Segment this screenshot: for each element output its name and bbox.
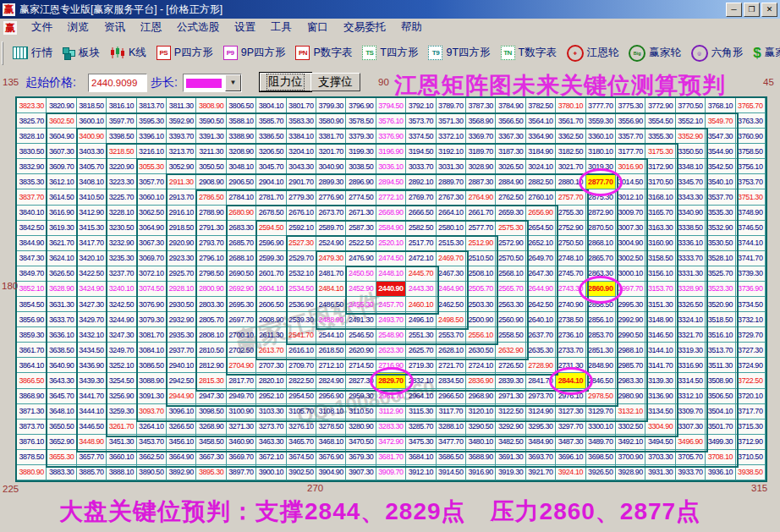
matrix-cell: 2704.90 [227,358,256,373]
matrix-cell: 2964.10 [406,389,436,404]
minimize-button[interactable]: ─ [726,3,742,17]
matrix-cell: 3789.70 [437,98,466,113]
matrix-cell: 3000.10 [616,266,645,282]
matrix-cell: 3931.30 [645,465,675,480]
matrix-cell: 2443.30 [406,282,436,297]
matrix-cell: 3333.70 [676,251,706,266]
matrix-cell: 2690.50 [227,266,256,282]
matrix-cell: 3271.30 [227,420,256,435]
matrix-cell: 2575.30 [496,221,525,236]
matrix-cell: 3110.50 [346,404,376,420]
matrix-cell: 3127.30 [556,404,585,420]
toolbar-button-t9-square[interactable]: T99T四方形 [423,43,495,63]
matrix-cell: 3559.30 [586,113,616,129]
toolbar-button-kline-candles[interactable]: K线 [105,43,151,63]
matrix-cell: 3811.30 [167,98,196,113]
matrix-cell: 3768.10 [706,98,735,113]
toolbar-button-hexagon[interactable]: ◎六角形 [686,42,749,64]
matrix-cell: 3912.10 [406,465,436,480]
matrix-cell-keylevel: 2829.70 [376,373,406,388]
menu-item-8[interactable]: 窗口 [299,19,336,35]
matrix-cell: 2812.90 [196,358,226,373]
matrix-cell: 3352.90 [676,129,706,144]
matrix-cell: 2925.70 [167,266,196,282]
matrix-cell: 2524.90 [316,236,346,251]
matrix-cell: 3408.10 [77,174,107,189]
chevron-down-icon[interactable]: ▼ [225,74,241,91]
menu-item-9[interactable]: 交易委托 [336,19,393,35]
menu-item-3[interactable]: 资讯 [96,19,133,35]
matrix-cell: 3888.10 [107,465,136,480]
toolbar-button-winner-wheel[interactable]: Big赢家轮 [623,42,686,64]
matrix-cell: 3319.30 [676,343,706,358]
matrix-cell: 3698.50 [586,450,616,465]
toolbar-button-p-table[interactable]: PNP数字表 [290,43,357,63]
matrix-cell: 2464.90 [437,282,466,297]
matrix-cell: 2942.50 [167,373,196,388]
menu-item-5[interactable]: 公式选股 [169,19,227,35]
matrix-cell: 2954.50 [287,389,316,404]
close-button[interactable]: ✕ [761,3,777,17]
toolbar-button-t-table[interactable]: TNT数字表 [496,43,562,63]
matrix-cell: 2820.10 [256,373,286,388]
menu-item-10[interactable]: 帮助 [393,19,430,35]
resistance-button[interactable]: 阻力位 [260,73,311,91]
angle-label-180: 180 [2,281,18,291]
matrix-cell: 2743.30 [556,282,585,297]
matrix-cell: 2733.70 [556,343,585,358]
matrix-cell: 3499.30 [706,435,735,450]
menu-item-7[interactable]: 工具 [263,19,299,35]
matrix-cell: 3283.30 [376,420,406,435]
matrix-cell: 2594.50 [256,221,286,236]
toolbar-button-blocks[interactable]: 板块 [58,43,105,63]
menu-item-4[interactable]: 江恩 [133,19,169,35]
matrix-cell: 3871.30 [17,404,47,420]
matrix-cell: 3616.90 [47,206,76,221]
matrix-cell: 2488.90 [316,312,346,327]
step-combobox[interactable]: ▼ [183,74,242,92]
controls-row: 135 起始价格: 2440.9099 步长: ▼ 阻力位 支撑位 90 江恩矩… [0,69,780,97]
matrix-cell: 3362.50 [556,129,585,144]
matrix-cell: 2642.50 [526,297,556,312]
matrix-cell: 2719.30 [406,358,436,373]
toolbar-button-label: P四方形 [174,46,213,60]
matrix-cell: 3194.50 [406,144,436,159]
menu-item-6[interactable]: 设置 [227,19,263,35]
matrix-cell: 3744.10 [736,236,766,251]
menu-item-2[interactable]: 浏览 [60,19,96,35]
matrix-cell: 3880.90 [17,465,47,480]
matrix-cell: 2512.90 [466,236,496,251]
toolbar-button-t-square[interactable]: TST四方形 [357,43,423,63]
matrix-cell: 3379.30 [346,129,376,144]
matrix-cell: 3026.50 [496,159,525,174]
toolbar-button-label: T数字表 [519,46,557,60]
toolbar-button-gann-wheel[interactable]: ✚江恩轮 [562,42,624,64]
matrix-cell: 3216.10 [137,144,167,159]
matrix-cell: 3552.10 [676,113,706,129]
matrix-cell: 2983.30 [616,373,645,388]
matrix-cell: 3508.90 [706,373,735,388]
matrix-cell: 3602.50 [47,113,76,129]
matrix-cell: 3441.70 [77,389,107,404]
matrix-cell: 2503.30 [466,297,496,312]
toolbar-button-dollar[interactable]: $赢家服务 [748,42,780,64]
matrix-cell: 3756.10 [736,159,766,174]
matrix-cell: 3312.10 [676,389,706,404]
maximize-button[interactable]: ❐ [744,3,760,17]
matrix-cell: 3715.30 [736,420,766,435]
matrix-cell: 3223.30 [107,174,136,189]
matrix-cell: 3201.70 [316,144,346,159]
start-price-input[interactable]: 2440.9099 [88,74,147,92]
toolbar-button-market-grid[interactable]: 行情 [8,43,58,63]
matrix-cell: 3504.10 [706,404,735,420]
menu-item-1[interactable]: 文件 [24,19,60,35]
matrix-cell: 3446.50 [77,420,107,435]
matrix-cell: 3074.50 [137,282,167,297]
kline-candles-icon [110,47,125,59]
toolbar-button-p9-square[interactable]: P99P四方形 [218,43,291,63]
support-button[interactable]: 支撑位 [310,73,360,91]
matrix-cell: 3921.70 [526,465,556,480]
matrix-cell: 3228.10 [107,206,136,221]
matrix-cell: 2616.10 [287,343,316,358]
toolbar-button-p-square[interactable]: PSP四方形 [151,43,218,63]
